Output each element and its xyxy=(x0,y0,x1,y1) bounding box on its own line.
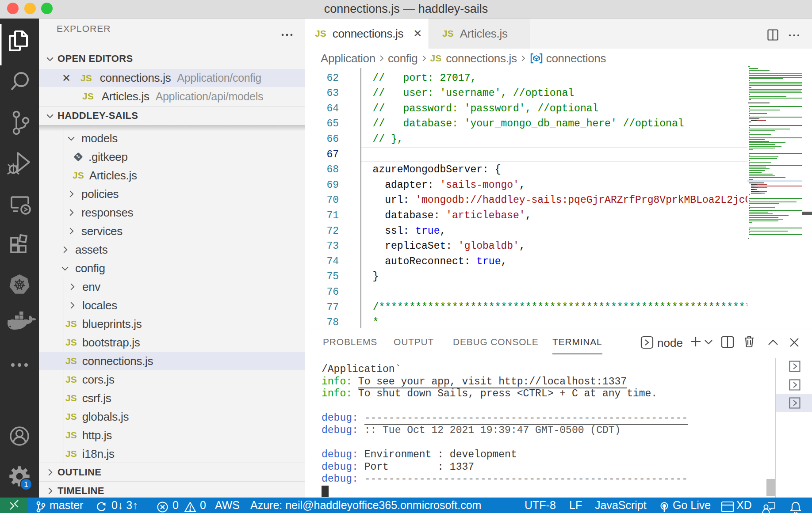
svg-text:1: 1 xyxy=(24,480,28,489)
